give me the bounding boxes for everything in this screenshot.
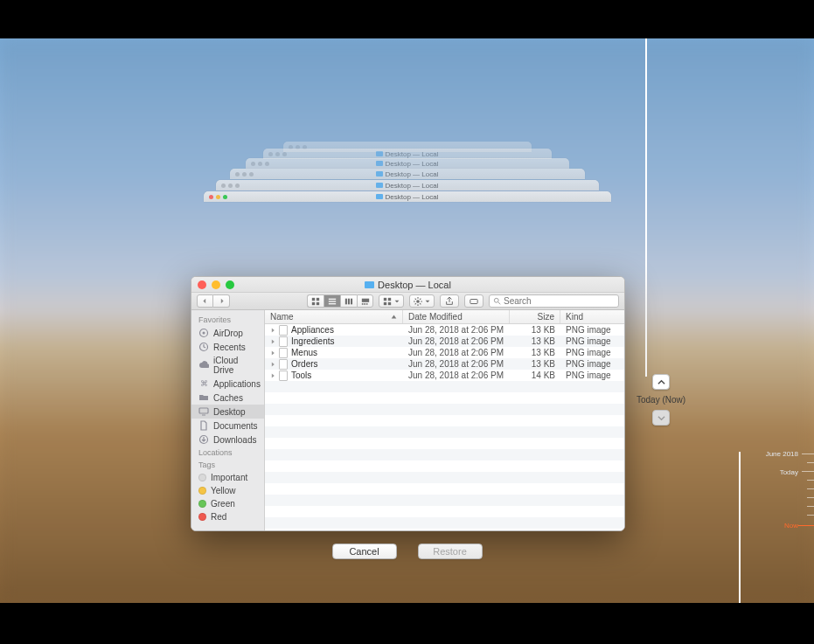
sidebar-heading-locations: Locations <box>191 447 264 459</box>
sidebar-item-label: Green <box>211 499 235 509</box>
column-name[interactable]: Name <box>265 310 403 323</box>
sidebar-tag-important[interactable]: Important <box>191 471 264 484</box>
file-icon <box>279 325 288 336</box>
svg-rect-3 <box>317 301 319 304</box>
file-kind: PNG image <box>560 336 624 346</box>
zoom-button[interactable] <box>226 280 234 289</box>
restore-label: Restore <box>433 546 467 557</box>
sidebar-tag-red[interactable]: Red <box>191 510 264 523</box>
sidebar-item-label: iCloud Drive <box>213 356 257 375</box>
disclosure-triangle-icon[interactable] <box>270 328 275 333</box>
timeline[interactable]: June 2018 Today Now <box>755 454 814 558</box>
table-row <box>265 472 624 483</box>
file-name: Orders <box>291 359 318 369</box>
sidebar-tag-yellow[interactable]: Yellow <box>191 484 264 497</box>
table-row <box>265 426 624 438</box>
download-icon <box>198 434 209 445</box>
column-headers: Name Date Modified Size Kind <box>265 310 624 324</box>
column-view-button[interactable] <box>340 294 357 308</box>
folder-icon <box>376 194 383 199</box>
list-view-button[interactable] <box>324 294 340 308</box>
window-title-prefix: Desktop <box>378 280 413 290</box>
column-kind-label: Kind <box>566 312 583 322</box>
file-date: Jun 28, 2018 at 2:06 PM <box>403 348 510 357</box>
table-row[interactable]: AppliancesJun 28, 2018 at 2:06 PM13 KBPN… <box>265 324 624 336</box>
sidebar-item-desktop[interactable]: Desktop <box>191 405 264 419</box>
search-icon <box>493 297 501 305</box>
close-button[interactable] <box>198 280 206 289</box>
sidebar-item-recents[interactable]: Recents <box>191 340 264 354</box>
column-size[interactable]: Size <box>510 310 560 323</box>
ghost-title: Desktop — Local <box>386 182 439 190</box>
nav-earlier-button[interactable] <box>652 374 670 390</box>
column-date[interactable]: Date Modified <box>403 310 510 323</box>
folder-icon <box>376 161 383 166</box>
table-row <box>265 495 624 506</box>
titlebar[interactable]: Desktop — Local <box>191 277 624 293</box>
table-row[interactable]: IngredientsJun 28, 2018 at 2:06 PM13 KBP… <box>265 336 624 347</box>
sidebar-item-icloud-drive[interactable]: iCloud Drive <box>191 354 264 377</box>
table-row[interactable]: MenusJun 28, 2018 at 2:06 PM13 KBPNG ima… <box>265 347 624 358</box>
traffic-lights <box>198 280 234 289</box>
svg-text:⌘: ⌘ <box>200 379 208 388</box>
chevron-right-icon <box>219 298 225 304</box>
ghost-title: Desktop — Local <box>386 193 439 201</box>
disclosure-triangle-icon[interactable] <box>270 350 275 356</box>
disclosure-triangle-icon[interactable] <box>270 373 275 378</box>
sidebar-item-label: Recents <box>213 343 246 352</box>
share-button[interactable] <box>440 294 459 308</box>
letterbox-bottom <box>0 603 814 644</box>
svg-point-20 <box>494 298 498 302</box>
nav-later-button[interactable] <box>652 410 670 426</box>
ghost-window: Desktop — Local <box>216 180 599 190</box>
folder-icon <box>376 183 383 188</box>
table-row <box>265 506 624 517</box>
forward-button[interactable] <box>213 294 230 308</box>
sidebar-item-airdrop[interactable]: AirDrop <box>191 326 264 340</box>
table-row <box>265 517 624 529</box>
airdrop-icon <box>198 328 209 338</box>
column-kind[interactable]: Kind <box>560 310 624 323</box>
search-input[interactable] <box>504 296 615 306</box>
restore-button[interactable]: Restore <box>418 544 483 559</box>
svg-rect-5 <box>329 301 336 301</box>
chevron-down-icon <box>657 414 665 422</box>
arrange-dropdown[interactable] <box>379 294 404 308</box>
action-dropdown[interactable] <box>409 294 435 308</box>
sidebar-item-caches[interactable]: Caches <box>191 391 264 405</box>
sidebar-tag-green[interactable]: Green <box>191 497 264 510</box>
time-nav: Today (Now) <box>637 374 685 426</box>
tag-dot-icon <box>198 513 206 521</box>
toolbar <box>191 293 624 310</box>
search-field[interactable] <box>489 294 619 308</box>
column-size-label: Size <box>538 312 554 322</box>
table-row[interactable]: OrdersJun 28, 2018 at 2:06 PM13 KBPNG im… <box>265 358 624 370</box>
svg-rect-8 <box>348 298 350 304</box>
minimize-button[interactable] <box>212 280 220 289</box>
table-row <box>265 483 624 495</box>
icon-view-button[interactable] <box>307 294 324 308</box>
tags-button[interactable] <box>464 294 484 308</box>
sidebar-item-label: Downloads <box>213 435 256 445</box>
disclosure-triangle-icon[interactable] <box>270 339 275 344</box>
sidebar-item-documents[interactable]: Documents <box>191 419 264 433</box>
cloud-icon <box>198 360 209 370</box>
sidebar-item-label: Documents <box>213 421 258 431</box>
table-row[interactable]: ToolsJun 28, 2018 at 2:06 PM14 KBPNG ima… <box>265 370 624 381</box>
callout-line-top <box>645 38 647 377</box>
svg-rect-9 <box>351 298 352 304</box>
ghost-window: Desktop — Local <box>246 158 569 169</box>
window-title-suffix: — Local <box>416 280 451 290</box>
table-row <box>265 392 624 404</box>
file-icon <box>279 370 288 381</box>
disclosure-triangle-icon[interactable] <box>270 362 275 367</box>
back-button[interactable] <box>197 294 213 308</box>
file-name: Menus <box>291 348 317 357</box>
sidebar-item-downloads[interactable]: Downloads <box>191 433 264 447</box>
ghost-window: Desktop — Local <box>204 191 611 202</box>
file-size: 13 KB <box>510 359 560 369</box>
cancel-button[interactable]: Cancel <box>332 544 397 559</box>
gallery-view-button[interactable] <box>357 294 373 308</box>
file-name: Ingredients <box>291 336 334 346</box>
sidebar-item-applications[interactable]: ⌘Applications <box>191 377 264 391</box>
